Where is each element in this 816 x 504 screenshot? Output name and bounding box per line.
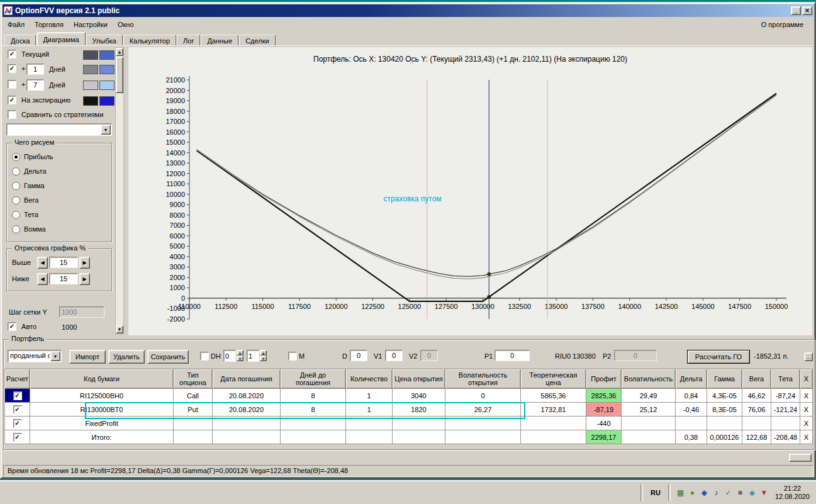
profit-chart[interactable]: -2000-1000010002000300040005000600070008…: [128, 47, 812, 335]
sidebar-scrollbar[interactable]: ▲ ▼: [115, 47, 124, 334]
scroll-grip[interactable]: [789, 454, 812, 462]
table-cell[interactable]: [445, 417, 521, 430]
range-below-input[interactable]: [49, 273, 78, 284]
column-header[interactable]: Тета: [771, 369, 800, 389]
table-cell[interactable]: [213, 430, 281, 444]
table-cell[interactable]: [771, 417, 800, 430]
table-cell[interactable]: [281, 417, 346, 430]
row-checkbox[interactable]: ✓: [13, 419, 22, 428]
table-cell[interactable]: 122,68: [742, 430, 771, 444]
dh-checkbox[interactable]: [200, 352, 209, 361]
spin-up-icon[interactable]: ▲: [237, 350, 243, 356]
v2-input[interactable]: [420, 350, 438, 361]
radio-icon[interactable]: [12, 182, 20, 190]
table-cell[interactable]: -208,48: [771, 430, 800, 444]
column-header[interactable]: X: [800, 369, 813, 389]
table-cell[interactable]: -87,19: [586, 403, 622, 417]
table-cell[interactable]: [174, 430, 213, 444]
column-header[interactable]: Код бумаги: [30, 369, 174, 389]
draw-option-3[interactable]: Вега: [12, 196, 106, 206]
language-indicator[interactable]: RU: [651, 489, 661, 496]
tray-icon-2[interactable]: ●: [687, 488, 698, 498]
column-header[interactable]: Теоретическая цена: [521, 369, 586, 389]
p2-input[interactable]: [614, 350, 657, 361]
table-cell[interactable]: 0,84: [676, 389, 707, 403]
plus1-series-checkbox[interactable]: ✓: [8, 64, 16, 73]
table-cell[interactable]: [521, 417, 586, 430]
table-cell[interactable]: [622, 430, 676, 444]
table-cell[interactable]: 3040: [393, 389, 445, 403]
table-cell[interactable]: 8: [281, 389, 346, 403]
column-header[interactable]: Количество: [346, 369, 393, 389]
table-cell[interactable]: RI125000BH0: [30, 389, 174, 403]
row-checkbox[interactable]: ✓: [13, 433, 22, 442]
panel-minimize-button[interactable]: _: [804, 352, 813, 361]
expiry-series-checkbox[interactable]: ✓: [8, 96, 16, 104]
dh-spinner-2-input[interactable]: [247, 350, 259, 362]
m-checkbox[interactable]: [288, 352, 297, 361]
plus1-color-swatch-1[interactable]: [83, 65, 98, 74]
calc-checkbox-cell[interactable]: ✓: [5, 417, 30, 430]
compare-strategies-checkbox[interactable]: [8, 110, 16, 119]
menu-file[interactable]: Файл: [3, 19, 30, 30]
draw-option-4[interactable]: Тета: [12, 210, 106, 220]
expiry-color-swatch-1[interactable]: [83, 96, 98, 106]
tray-icon-8[interactable]: ▼: [759, 488, 769, 498]
table-cell[interactable]: 5865,36: [521, 389, 586, 403]
table-cell[interactable]: -440: [586, 417, 622, 430]
scrollbar-thumb[interactable]: [116, 57, 123, 93]
column-header[interactable]: Профит: [586, 369, 622, 389]
auto-checkbox[interactable]: ✓: [8, 322, 16, 331]
calc-checkbox-cell[interactable]: ✓: [5, 430, 30, 444]
menu-about[interactable]: О программе: [756, 19, 808, 30]
table-cell[interactable]: 46,62: [742, 389, 771, 403]
column-header[interactable]: Цена открытия: [393, 369, 445, 389]
table-cell[interactable]: [281, 430, 346, 444]
range-above-input[interactable]: [49, 257, 78, 268]
column-header[interactable]: Дата погашения: [213, 369, 281, 389]
radio-icon[interactable]: [12, 225, 20, 233]
d-input[interactable]: [350, 350, 367, 361]
table-cell[interactable]: Put: [174, 403, 213, 417]
table-cell[interactable]: 8: [281, 403, 346, 417]
table-cell[interactable]: Итого:: [30, 430, 174, 444]
strategy-compare-select[interactable]: ▼: [6, 123, 112, 136]
table-cell[interactable]: 2298,17: [586, 430, 622, 444]
delete-row-button[interactable]: X: [800, 430, 813, 444]
close-button[interactable]: ✕: [802, 6, 812, 15]
plus7-color-swatch-1[interactable]: [83, 81, 98, 90]
table-cell[interactable]: 1: [346, 389, 393, 403]
table-cell[interactable]: [213, 417, 281, 430]
calc-checkbox-cell[interactable]: ✓: [5, 389, 30, 403]
range-above-increase-icon[interactable]: ▶: [79, 257, 90, 269]
draw-option-1[interactable]: Дельта: [12, 167, 106, 177]
column-header[interactable]: Волатильность открытия: [445, 369, 521, 389]
table-cell[interactable]: 26,27: [445, 403, 521, 417]
table-cell[interactable]: 20.08.2020: [213, 389, 281, 403]
draw-option-2[interactable]: Гамма: [12, 181, 106, 191]
current-series-checkbox[interactable]: ✓: [8, 50, 16, 59]
table-cell[interactable]: [393, 417, 445, 430]
scroll-down-icon[interactable]: ▼: [116, 325, 123, 333]
table-cell[interactable]: [521, 430, 586, 444]
calc-checkbox-cell[interactable]: ✓: [5, 403, 30, 417]
table-cell[interactable]: RI130000BT0: [30, 403, 174, 417]
table-cell[interactable]: [393, 430, 445, 444]
import-button[interactable]: Импорт: [69, 350, 106, 364]
table-cell[interactable]: [445, 430, 521, 444]
menu-settings[interactable]: Настройки: [69, 19, 113, 30]
table-cell[interactable]: 1820: [393, 403, 445, 417]
table-cell[interactable]: 0,000126: [707, 430, 742, 444]
spin-down-icon[interactable]: ▼: [237, 356, 243, 361]
delete-button[interactable]: Удалить: [108, 350, 145, 364]
spin-up-icon[interactable]: ▲: [260, 350, 267, 356]
table-cell[interactable]: [346, 417, 393, 430]
column-header[interactable]: Вега: [742, 369, 771, 389]
dh-spinner-1-input[interactable]: [223, 350, 236, 362]
table-cell[interactable]: 25,12: [622, 403, 676, 417]
tray-icon-3[interactable]: ◆: [699, 488, 710, 498]
table-cell[interactable]: [707, 417, 742, 430]
table-cell[interactable]: 0,38: [676, 430, 707, 444]
expiry-color-swatch-2[interactable]: [99, 96, 115, 106]
table-cell[interactable]: 1: [346, 403, 393, 417]
